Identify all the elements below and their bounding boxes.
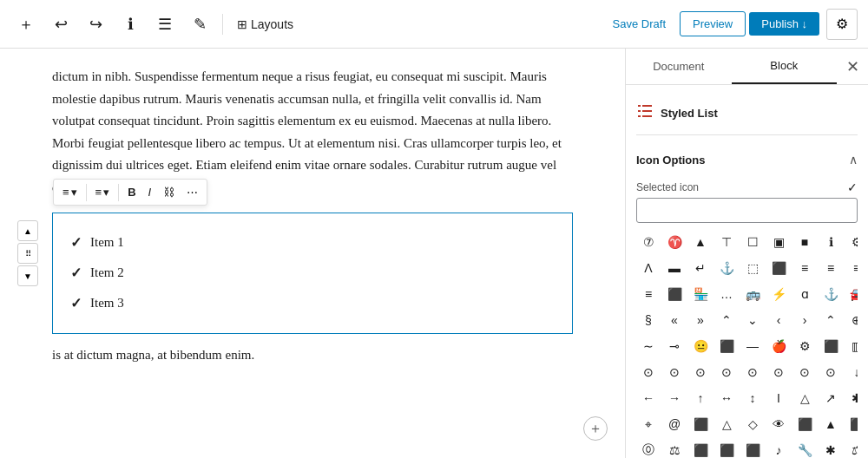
- icon-cell[interactable]: ▲: [688, 230, 713, 254]
- icon-cell[interactable]: ɑ: [792, 282, 817, 306]
- icon-cell[interactable]: ⊙: [714, 360, 739, 384]
- list-item[interactable]: ✓ Item 2: [70, 258, 555, 288]
- scroll-up-btn[interactable]: ▲: [17, 220, 38, 241]
- icon-cell[interactable]: ☐: [740, 230, 765, 254]
- icon-cell[interactable]: ✱: [845, 386, 858, 410]
- icon-cell[interactable]: ⬛: [766, 256, 791, 280]
- icon-cell[interactable]: ↓: [845, 360, 858, 384]
- list-item[interactable]: ✓ Item 3: [70, 288, 555, 318]
- icon-cell[interactable]: ↔: [714, 386, 739, 410]
- icon-cell[interactable]: ↑: [688, 386, 713, 410]
- icon-cell[interactable]: ≡: [636, 282, 661, 306]
- icon-cell[interactable]: ⊙: [819, 360, 843, 384]
- icon-cell[interactable]: ⊙: [740, 360, 765, 384]
- link-btn[interactable]: ⛓: [158, 182, 180, 202]
- icon-cell[interactable]: ⊙: [662, 360, 687, 384]
- icon-search-input[interactable]: [636, 198, 858, 223]
- icon-cell[interactable]: ⬛: [688, 412, 713, 436]
- icon-cell[interactable]: ⚖: [662, 438, 687, 458]
- add-block-btn[interactable]: ＋: [583, 416, 608, 441]
- icon-cell[interactable]: ⚡: [766, 282, 791, 306]
- italic-btn[interactable]: I: [143, 182, 157, 202]
- redo-btn[interactable]: ↪: [80, 9, 111, 40]
- layouts-btn[interactable]: ⊞ Layouts: [230, 14, 300, 35]
- icon-cell[interactable]: ⬛: [792, 412, 817, 436]
- icon-cell[interactable]: ▲: [819, 412, 843, 436]
- icon-cell[interactable]: ⬛: [845, 412, 858, 436]
- save-draft-btn[interactable]: Save Draft: [602, 12, 676, 36]
- icon-cell[interactable]: §: [636, 308, 661, 332]
- icon-cell[interactable]: 🏪: [688, 282, 713, 306]
- icon-cell[interactable]: ♪: [766, 438, 791, 458]
- icon-cell[interactable]: ⊙: [766, 360, 791, 384]
- icon-cell[interactable]: I: [766, 386, 791, 410]
- icon-cell[interactable]: 🚌: [740, 282, 765, 306]
- icon-options-header[interactable]: Icon Options ∧: [636, 146, 858, 173]
- icon-cell[interactable]: ⬚: [740, 256, 765, 280]
- edit-btn[interactable]: ✎: [184, 9, 215, 40]
- icon-cell[interactable]: ◇: [740, 412, 765, 436]
- icon-cell[interactable]: ⚓: [819, 282, 843, 306]
- more-options-btn[interactable]: ⋯: [181, 182, 203, 202]
- icon-cell[interactable]: ›: [792, 308, 817, 332]
- drag-handle[interactable]: ⠿: [17, 243, 38, 264]
- sidebar-close-btn[interactable]: ✕: [837, 51, 868, 82]
- icon-cell[interactable]: «: [662, 308, 687, 332]
- settings-btn[interactable]: ⚙: [826, 9, 858, 40]
- icon-cell[interactable]: ⬛: [714, 438, 739, 458]
- icon-cell[interactable]: ⬛: [714, 334, 739, 358]
- icon-cell[interactable]: ⌃: [714, 308, 739, 332]
- tab-document[interactable]: Document: [626, 49, 732, 83]
- scroll-down-btn[interactable]: ▼: [17, 265, 38, 286]
- icon-cell[interactable]: 😐: [688, 334, 713, 358]
- icon-cell[interactable]: ■: [792, 230, 817, 254]
- icon-cell[interactable]: ≡: [845, 256, 858, 280]
- icon-cell[interactable]: Λ: [636, 256, 661, 280]
- icon-cell[interactable]: ←: [636, 386, 661, 410]
- icon-cell[interactable]: …: [714, 282, 739, 306]
- icon-cell[interactable]: ℹ: [819, 230, 843, 254]
- icon-cell[interactable]: ▬: [662, 256, 687, 280]
- icon-cell[interactable]: ⚙: [792, 334, 817, 358]
- align-btn[interactable]: ≡ ▾: [90, 182, 115, 202]
- icon-cell[interactable]: ⬛: [819, 334, 843, 358]
- icon-cell[interactable]: ✱: [819, 438, 843, 458]
- block-type-btn[interactable]: ≡ ▾: [57, 182, 82, 202]
- icon-cell[interactable]: 🚘: [845, 282, 858, 306]
- list-view-btn[interactable]: ☰: [149, 9, 181, 40]
- icon-cell[interactable]: ⊙: [636, 360, 661, 384]
- icon-cell[interactable]: ‹: [766, 308, 791, 332]
- info-btn[interactable]: ℹ: [115, 9, 146, 40]
- icon-cell[interactable]: ⓪: [636, 438, 661, 458]
- icon-cell[interactable]: ⌖: [636, 412, 661, 436]
- add-block-toolbar-btn[interactable]: ＋: [10, 9, 42, 40]
- icon-cell[interactable]: ⬛: [662, 282, 687, 306]
- icon-cell[interactable]: →: [662, 386, 687, 410]
- icon-cell[interactable]: ⌄: [740, 308, 765, 332]
- icon-cell[interactable]: ↕: [740, 386, 765, 410]
- icon-cell[interactable]: »: [688, 308, 713, 332]
- list-item[interactable]: ✓ Item 1: [70, 227, 555, 258]
- bold-btn[interactable]: B: [122, 182, 141, 202]
- editor-area[interactable]: ▲ ⠿ ▼ dictum in nibh. Suspendisse fermen…: [0, 49, 625, 458]
- icon-cell[interactable]: ≡: [819, 256, 843, 280]
- icon-cell[interactable]: ⬛: [688, 438, 713, 458]
- icon-cell[interactable]: ♈: [662, 230, 687, 254]
- icon-cell[interactable]: ↗: [819, 386, 843, 410]
- icon-cell[interactable]: ⚓: [714, 256, 739, 280]
- icon-cell[interactable]: 🔧: [792, 438, 817, 458]
- icon-cell[interactable]: ⊙: [688, 360, 713, 384]
- icon-cell[interactable]: △: [792, 386, 817, 410]
- icon-cell[interactable]: ⌃: [819, 308, 843, 332]
- icon-cell[interactable]: ↵: [688, 256, 713, 280]
- icon-cell[interactable]: △: [714, 412, 739, 436]
- icon-cell[interactable]: —: [740, 334, 765, 358]
- icon-cell[interactable]: ∼: [636, 334, 661, 358]
- icon-cell[interactable]: ▥: [845, 334, 858, 358]
- icon-cell[interactable]: ⑦: [636, 230, 661, 254]
- icon-cell[interactable]: ⊤: [714, 230, 739, 254]
- icon-cell[interactable]: ▣: [766, 230, 791, 254]
- tab-block[interactable]: Block: [732, 49, 838, 84]
- icon-cell[interactable]: ⚙: [845, 230, 858, 254]
- icon-cell[interactable]: 🍎: [766, 334, 791, 358]
